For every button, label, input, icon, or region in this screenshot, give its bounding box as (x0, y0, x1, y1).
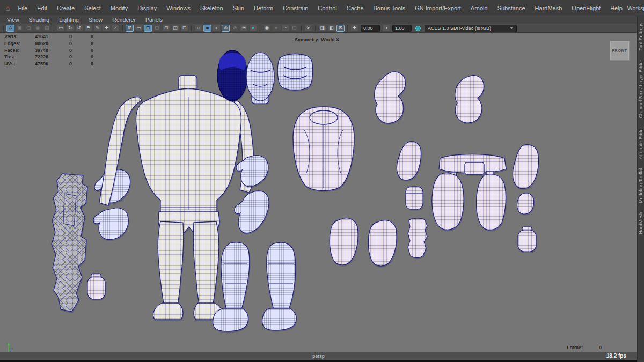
model-glove-left-lower[interactable] (93, 208, 128, 240)
separator (3, 25, 4, 32)
menu-item[interactable]: Bonus Tools (369, 5, 411, 11)
four-view-layout-icon[interactable]: ⊞ (126, 25, 134, 32)
viewport-panel[interactable]: Verts: 41641 0 0 Edges: 80628 0 0 Faces:… (0, 33, 637, 352)
model-head-inner[interactable] (217, 50, 247, 101)
default-material-icon[interactable]: ● (249, 25, 257, 32)
gate-mask-icon[interactable]: ◉ (34, 25, 42, 32)
panel-menu-item[interactable]: Shading (24, 17, 55, 23)
menu-item[interactable]: File (13, 5, 32, 11)
model-armor-plate-small[interactable] (408, 218, 427, 257)
viewport-canvas[interactable] (0, 33, 637, 352)
menu-item[interactable]: Help (605, 5, 627, 11)
menu-item[interactable]: Edit (32, 5, 52, 11)
model-boot-right[interactable] (262, 242, 297, 330)
pin-icon[interactable]: ✚ (103, 25, 111, 32)
motion-blur-icon[interactable]: ▢ (290, 25, 298, 32)
rotate-view-ccw-icon[interactable]: ↻ (66, 25, 74, 32)
menu-item[interactable]: Arnold (466, 5, 493, 11)
model-glove-right-lower[interactable] (235, 191, 269, 233)
model-head-face[interactable] (246, 53, 274, 104)
panel-menu-item[interactable]: Lighting (54, 17, 84, 23)
isolate-select-icon[interactable]: ⊠ (336, 25, 345, 32)
tab-hardmesh[interactable]: HardMesh (638, 212, 643, 234)
color-management-icon[interactable] (415, 26, 421, 31)
single-pane-layout-icon[interactable]: ▭ (135, 25, 143, 32)
model-forearm-armor-right[interactable] (513, 145, 538, 189)
use-all-lights-icon[interactable]: ☀ (240, 25, 248, 32)
model-helmet[interactable] (277, 54, 313, 91)
tab-attribute-editor[interactable]: Attribute Editor (638, 127, 643, 159)
xray-icon[interactable]: ◨ (318, 25, 326, 32)
shadows-icon[interactable]: ● (272, 25, 280, 32)
camera-letter-a-icon[interactable]: A (6, 25, 14, 32)
tab-modeling-toolkit[interactable]: Modeling Toolkit (638, 168, 643, 203)
model-chest-armor[interactable] (293, 107, 354, 191)
viewport-status-bar: persp 18.2 fps (0, 352, 637, 360)
safe-area-icon[interactable]: ▤ (43, 25, 51, 32)
front-image-plane[interactable]: FRONT (610, 41, 630, 61)
wireframe-on-shaded-icon[interactable]: ⊛ (222, 25, 230, 32)
model-grenade-left[interactable] (87, 274, 105, 299)
gamma-icon[interactable]: ◑ (382, 25, 390, 32)
xray-joints-icon[interactable]: ◧ (327, 25, 335, 32)
brush-icon[interactable]: ∕ (112, 25, 120, 32)
menu-item[interactable]: Deform (249, 5, 278, 11)
menu-item[interactable]: Skin (228, 5, 249, 11)
hypershade-layout-icon[interactable]: ▢ (153, 25, 161, 32)
film-gate-icon[interactable]: ▣ (16, 25, 24, 32)
model-knee-armor-left[interactable] (330, 218, 358, 265)
menu-item[interactable]: OpenFlight (567, 5, 605, 11)
menu-item[interactable]: Cache (342, 5, 369, 11)
exposure-field[interactable]: 0.00 (361, 25, 380, 32)
checkered-mode-icon[interactable]: ⊗ (231, 25, 239, 32)
model-rifle[interactable] (52, 174, 87, 312)
menu-item[interactable]: Windows (162, 5, 195, 11)
menu-item[interactable]: GN Import/Export (410, 5, 466, 11)
split-layout-icon[interactable]: ◫ (171, 25, 179, 32)
maya-home-icon[interactable]: ⌂ (5, 4, 10, 12)
tab-tool-settings[interactable]: Tool Settings (638, 23, 643, 51)
model-forearm-armor[interactable] (397, 142, 421, 180)
model-wrist-armor[interactable] (406, 187, 423, 209)
exposure-icon[interactable]: ✚ (350, 25, 358, 32)
menu-item[interactable]: Create (52, 5, 79, 11)
menu-item[interactable]: Select (79, 5, 106, 11)
panel-menu-item[interactable]: Show (84, 17, 107, 23)
view-transform-dropdown[interactable]: ACES 1.0 SDR-video (sRGB) ▼ (425, 25, 517, 32)
model-grenade-right[interactable] (518, 227, 536, 252)
menu-item[interactable]: Constrain (278, 5, 313, 11)
shaded-mode-icon[interactable]: ■ (203, 25, 211, 32)
menu-item[interactable]: Control (313, 5, 341, 11)
grease-pencil-icon[interactable]: ✎ (93, 25, 101, 32)
menu-item[interactable]: Modify (106, 5, 133, 11)
stacked-layout-icon[interactable]: ⊟ (180, 25, 188, 32)
menu-item[interactable]: Substance (493, 5, 530, 11)
poly-count-total: 47596 (26, 61, 48, 68)
poly-count-selected: 0 (48, 61, 72, 68)
panel-menu-item[interactable]: Panels (141, 17, 167, 23)
flag-icon[interactable]: ⚑ (84, 25, 92, 32)
menu-item[interactable]: Display (133, 5, 162, 11)
tab-channel-box-layer-editor[interactable]: Channel Box / Layer Editor (638, 60, 643, 118)
model-hip-armor[interactable] (432, 154, 506, 230)
quad-layout-icon[interactable]: ⊞ (162, 25, 170, 32)
panel-menu-item[interactable]: Renderer (107, 17, 141, 23)
resolution-gate-icon[interactable]: ▢ (25, 25, 33, 32)
model-shoulder-armor-left[interactable] (375, 72, 406, 123)
gamma-field[interactable]: 1.00 (392, 25, 412, 32)
outliner-pane-layout-icon[interactable]: ⊡ (144, 25, 152, 32)
model-shoulder-armor-right[interactable] (455, 76, 484, 123)
wireframe-mode-icon[interactable]: ○ (194, 25, 202, 32)
menu-item[interactable]: HardMesh (530, 5, 567, 11)
rotate-view-cw-icon[interactable]: ↺ (75, 25, 83, 32)
camera-icon[interactable]: ▭ (57, 25, 65, 32)
select-cursor-icon[interactable]: ➤ (304, 25, 312, 32)
model-small-armor-right[interactable] (517, 193, 533, 214)
panel-menu-item[interactable]: View (2, 17, 24, 23)
scene-lights-icon[interactable]: ◉ (263, 25, 271, 32)
model-knee-armor-right[interactable] (368, 220, 397, 266)
ambient-occlusion-icon[interactable]: ◔ (281, 25, 289, 32)
textured-mode-icon[interactable]: ◐ (213, 25, 221, 32)
poly-count-selected: 0 (48, 47, 72, 54)
menu-item[interactable]: Skeleton (195, 5, 228, 11)
